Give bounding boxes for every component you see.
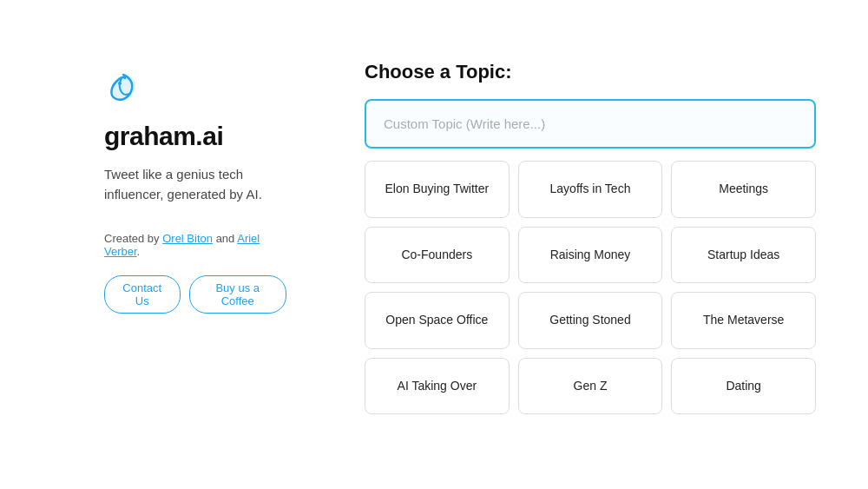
topic-card[interactable]: Getting Stoned bbox=[518, 292, 663, 349]
buy-coffee-button[interactable]: Buy us a Coffee bbox=[189, 275, 287, 314]
custom-topic-input[interactable] bbox=[365, 99, 816, 149]
topic-card[interactable]: Layoffs in Tech bbox=[518, 161, 663, 218]
action-buttons: Contact Us Buy us a Coffee bbox=[104, 275, 286, 314]
topic-card[interactable]: Gen Z bbox=[518, 358, 663, 415]
credits: Created by Orel Biton and Ariel Verber. bbox=[104, 232, 286, 258]
tagline: Tweet like a genius tech influencer, gen… bbox=[104, 165, 286, 204]
topic-card[interactable]: Co-Founders bbox=[365, 227, 510, 284]
topic-card[interactable]: The Metaverse bbox=[671, 292, 816, 349]
brand-name: graham.ai bbox=[104, 122, 286, 151]
brand-logo-icon bbox=[104, 69, 142, 108]
svg-point-0 bbox=[118, 82, 122, 85]
left-panel: graham.ai Tweet like a genius tech influ… bbox=[0, 0, 330, 489]
creator1-link[interactable]: Orel Biton bbox=[162, 232, 213, 245]
section-title: Choose a Topic: bbox=[365, 61, 816, 83]
topic-card[interactable]: Dating bbox=[671, 358, 816, 415]
topics-grid: Elon Buying TwitterLayoffs in TechMeetin… bbox=[365, 161, 816, 414]
credits-and: and bbox=[213, 232, 237, 245]
topic-card[interactable]: Elon Buying Twitter bbox=[365, 161, 510, 218]
topic-card[interactable]: Raising Money bbox=[518, 227, 663, 284]
topic-card[interactable]: Startup Ideas bbox=[671, 227, 816, 284]
right-panel: Choose a Topic: Elon Buying TwitterLayof… bbox=[330, 0, 868, 489]
topic-card[interactable]: Meetings bbox=[671, 161, 816, 218]
credits-suffix: . bbox=[137, 245, 141, 258]
contact-us-button[interactable]: Contact Us bbox=[104, 275, 181, 314]
topic-card[interactable]: AI Taking Over bbox=[365, 358, 510, 415]
credits-prefix: Created by bbox=[104, 232, 162, 245]
topic-card[interactable]: Open Space Office bbox=[365, 292, 510, 349]
